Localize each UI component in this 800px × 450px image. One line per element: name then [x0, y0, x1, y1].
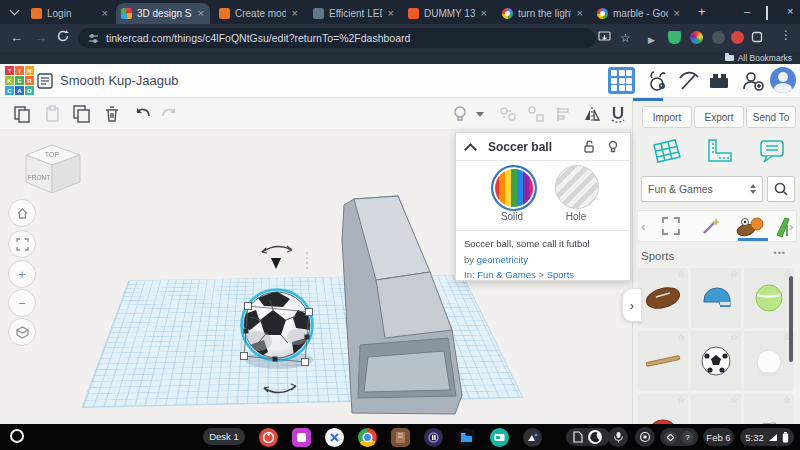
sidepanel-icon[interactable]: ▶ [648, 32, 655, 48]
forward-icon[interactable]: → [34, 30, 47, 46]
accessibility-tray[interactable]: ? [660, 428, 698, 446]
tinkercad-logo[interactable]: T I N K E R C A D [5, 66, 34, 95]
app-icon-magenta[interactable] [292, 428, 311, 447]
magnet-snap-icon[interactable] [608, 104, 628, 128]
shape-golf-ball[interactable]: ☆ [744, 331, 794, 391]
tab-search-chevron-icon[interactable] [10, 6, 20, 16]
solid-option[interactable] [491, 165, 537, 211]
screen-record-button[interactable] [635, 427, 655, 447]
app-icon-gallery[interactable] [523, 428, 542, 447]
app-icon-paint[interactable] [259, 428, 278, 447]
tab-3d-design[interactable]: 3D design Smoo... × [116, 3, 210, 24]
delete-icon[interactable] [102, 104, 122, 128]
app-icon-chrome[interactable] [358, 428, 377, 447]
close-window-button[interactable]: × [787, 5, 793, 17]
workplane-tool-icon[interactable] [649, 136, 683, 170]
visibility-lightbulb-icon[interactable] [606, 139, 620, 158]
panel-scrollbar[interactable] [789, 276, 793, 362]
shape-search-button[interactable] [767, 176, 795, 202]
reload-icon[interactable] [56, 29, 70, 47]
zoom-in-button[interactable]: + [8, 260, 36, 288]
red-extension-icon[interactable] [731, 31, 744, 44]
tab-close-icon[interactable]: × [576, 8, 584, 19]
view-cube[interactable]: TOP FRONT [14, 138, 94, 198]
tab-led-circuit[interactable]: Efficient LED Cir... × [308, 3, 400, 24]
tab-dummy-print[interactable]: DUMMY 13 Print... × [403, 3, 493, 24]
profile-avatar[interactable] [770, 67, 796, 93]
tab-close-icon[interactable]: × [387, 8, 395, 19]
design-menu-icon[interactable] [37, 73, 53, 93]
extensions-puzzle-icon[interactable] [751, 31, 763, 47]
paste-icon[interactable] [42, 104, 62, 128]
lego-brick-icon[interactable] [706, 68, 732, 98]
design-title[interactable]: Smooth Kup-Jaagub [60, 73, 179, 88]
tab-create-model[interactable]: Create model | F... × [214, 3, 304, 24]
help-button[interactable]: ? [681, 431, 694, 444]
app-icon-blue-x[interactable] [325, 428, 344, 447]
ruler-tool-icon[interactable] [703, 136, 735, 170]
status-tray[interactable]: 5:32 [740, 428, 794, 446]
tab-close-icon[interactable]: × [197, 8, 205, 19]
color-extension-icon[interactable] [690, 31, 703, 44]
tinker-hand-icon[interactable] [644, 68, 670, 98]
align-icon[interactable] [554, 104, 574, 128]
tab-close-icon[interactable]: × [101, 8, 109, 19]
new-tab-button[interactable]: + [698, 4, 706, 19]
send-to-button[interactable]: Send To [746, 106, 796, 128]
diamond-button[interactable] [664, 431, 677, 444]
show-hide-lightbulb-icon[interactable] [450, 104, 470, 128]
selection-frame-icon[interactable] [660, 215, 682, 241]
undo-icon[interactable] [132, 104, 152, 128]
app-icon-purple[interactable] [424, 428, 443, 447]
home-view-button[interactable] [8, 199, 36, 227]
import-button[interactable]: Import [642, 106, 692, 128]
tab-marble[interactable]: marble - Google ... × [592, 3, 686, 24]
subcategory-link[interactable]: Sports [547, 269, 574, 280]
collapse-chevron-icon[interactable] [464, 143, 477, 156]
tab-close-icon[interactable]: × [480, 8, 488, 19]
ramp-shape[interactable] [342, 196, 462, 414]
hole-option[interactable] [555, 165, 599, 209]
browser-menu-kebab-icon[interactable]: ⋮ [780, 28, 792, 42]
send-to-device-icon[interactable] [598, 30, 611, 47]
restore-window-button[interactable] [766, 7, 768, 19]
shapes-grid-button[interactable] [608, 67, 635, 94]
author-link[interactable]: geometricity [477, 254, 528, 265]
microphone-button[interactable] [608, 427, 628, 447]
panel-collapse-button[interactable]: › [622, 288, 642, 322]
shape-tennis-ball[interactable]: ☆ [744, 268, 794, 328]
site-info-icon[interactable] [88, 33, 99, 44]
show-hide-dropdown-caret[interactable] [476, 112, 484, 117]
tab-login[interactable]: Login × [26, 3, 114, 24]
shape-football-helmet[interactable]: ☆ [691, 268, 741, 328]
date-tray[interactable]: Feb 6 [703, 428, 734, 446]
dots-extension-icon[interactable] [712, 31, 725, 44]
group-icon[interactable] [498, 104, 518, 128]
zoom-out-button[interactable]: − [8, 289, 36, 317]
add-person-icon[interactable] [740, 68, 766, 98]
carousel-left-chevron[interactable]: ‹ [641, 219, 645, 234]
url-omnibox[interactable]: tinkercad.com/things/c4lFoQNtGsu/edit?re… [78, 28, 596, 48]
carousel-right-chevron[interactable]: › [789, 219, 793, 234]
shape-american-football[interactable]: ☆ [638, 268, 688, 328]
duplicate-icon[interactable] [72, 104, 92, 128]
app-icon-book[interactable] [391, 428, 410, 447]
export-button[interactable]: Export [694, 106, 744, 128]
flip-mirror-icon[interactable] [582, 104, 602, 128]
category-link[interactable]: Fun & Games [477, 269, 536, 280]
minimize-window-button[interactable]: – [744, 5, 750, 17]
app-icon-files[interactable] [457, 428, 476, 447]
raise-handle-cone[interactable] [271, 258, 281, 269]
unlock-icon[interactable] [582, 139, 596, 158]
magic-wand-icon[interactable] [700, 215, 722, 241]
shape-soccer-ball[interactable]: ☆ [691, 331, 741, 391]
perspective-toggle-button[interactable] [8, 318, 36, 346]
all-bookmarks-button[interactable]: All Bookmarks [725, 53, 792, 63]
tab-close-icon[interactable]: × [291, 8, 299, 19]
shield-extension-icon[interactable] [668, 31, 681, 44]
tab-light-strip[interactable]: turn the light stri... × [497, 3, 589, 24]
tab-close-icon[interactable]: × [673, 8, 681, 19]
ungroup-icon[interactable] [526, 104, 546, 128]
back-icon[interactable]: ← [10, 30, 23, 46]
section-more-button[interactable]: ••• [774, 248, 786, 258]
